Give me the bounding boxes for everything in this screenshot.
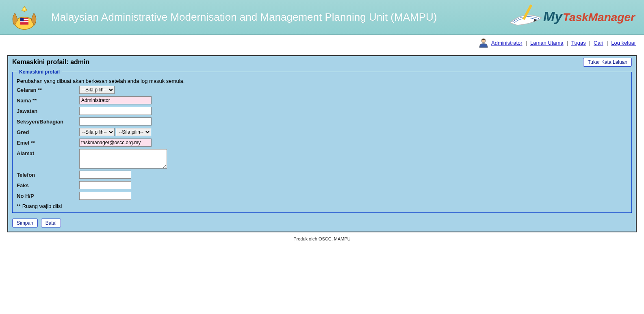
content-panel: Kemaskini profail: admin Tukar Kata Lalu…: [7, 55, 637, 232]
fieldset-legend: Kemaskini profail: [17, 69, 62, 75]
gelaran-select[interactable]: --Sila pilih--: [79, 86, 115, 94]
telefon-input[interactable]: [79, 171, 131, 179]
gred-select-2[interactable]: --Sila pilih--: [116, 128, 151, 136]
nav-tasks-link[interactable]: Tugas: [571, 40, 586, 46]
app-title: Malaysian Administrative Modernisation a…: [51, 11, 437, 24]
label-alamat: Alamat: [17, 149, 79, 156]
emel-input[interactable]: [79, 139, 152, 147]
row-gred: Gred --Sila pilih-- --Sila pilih--: [17, 128, 627, 138]
nav-logout-link[interactable]: Log keluar: [611, 40, 636, 46]
row-gelaran: Gelaran ** --Sila pilih--: [17, 86, 627, 95]
nav-home-link[interactable]: Laman Utama: [530, 40, 564, 46]
nav-sep: |: [566, 40, 569, 46]
label-emel: Emel **: [17, 139, 79, 146]
label-seksyen: Seksyen/Bahagian: [17, 117, 79, 125]
cancel-button[interactable]: Batal: [41, 219, 61, 227]
svg-text:My: My: [543, 9, 563, 24]
row-emel: Emel **: [17, 139, 627, 148]
nav-sep: |: [606, 40, 609, 46]
row-seksyen: Seksyen/Bahagian: [17, 117, 627, 127]
nama-input[interactable]: [79, 96, 152, 104]
mytaskmanager-logo: My TaskManager: [503, 2, 637, 32]
row-telefon: Telefon: [17, 171, 627, 180]
row-faks: Faks: [17, 181, 627, 191]
row-alamat: Alamat: [17, 149, 627, 170]
header-banner: Malaysian Administrative Modernisation a…: [0, 0, 644, 35]
top-nav: Administrator | Laman Utama | Tugas | Ca…: [0, 35, 644, 55]
row-nama: Nama **: [17, 96, 627, 106]
label-nama: Nama **: [17, 96, 79, 104]
crest-icon: [7, 5, 41, 30]
svg-rect-3: [20, 21, 28, 22]
required-note: ** Ruang wajib diisi: [17, 203, 627, 209]
label-telefon: Telefon: [17, 171, 79, 178]
nav-user-link[interactable]: Administrator: [491, 40, 523, 46]
profile-fieldset: Kemaskini profail Perubahan yang dibuat …: [12, 69, 632, 213]
nohp-input[interactable]: [79, 192, 131, 200]
svg-rect-4: [20, 17, 24, 21]
change-password-button[interactable]: Tukar Kata Laluan: [583, 58, 632, 67]
nav-search-link[interactable]: Cari: [594, 40, 603, 46]
page-header: Kemaskini profail: admin Tukar Kata Lalu…: [8, 56, 636, 69]
nav-sep: |: [525, 40, 528, 46]
form-actions: Simpan Batal: [8, 216, 636, 232]
form-notice: Perubahan yang dibuat akan berkesan sete…: [17, 78, 627, 84]
label-gelaran: Gelaran **: [17, 86, 79, 93]
jawatan-input[interactable]: [79, 107, 152, 115]
alamat-textarea[interactable]: [79, 149, 167, 169]
save-button[interactable]: Simpan: [12, 219, 38, 227]
faks-input[interactable]: [79, 181, 131, 189]
nav-sep: |: [588, 40, 591, 46]
row-jawatan: Jawatan: [17, 107, 627, 117]
row-nohp: No H/P: [17, 192, 627, 201]
label-gred: Gred: [17, 128, 79, 135]
svg-text:TaskManager: TaskManager: [563, 11, 636, 24]
label-faks: Faks: [17, 181, 79, 188]
seksyen-input[interactable]: [79, 117, 152, 126]
svg-point-5: [23, 8, 25, 10]
person-icon: [478, 37, 489, 48]
label-jawatan: Jawatan: [17, 107, 79, 114]
page-title: Kemaskini profail: admin: [12, 58, 89, 66]
gred-select-1[interactable]: --Sila pilih--: [79, 128, 115, 136]
footer-text: Produk oleh OSCC, MAMPU: [7, 232, 637, 249]
label-nohp: No H/P: [17, 192, 79, 199]
